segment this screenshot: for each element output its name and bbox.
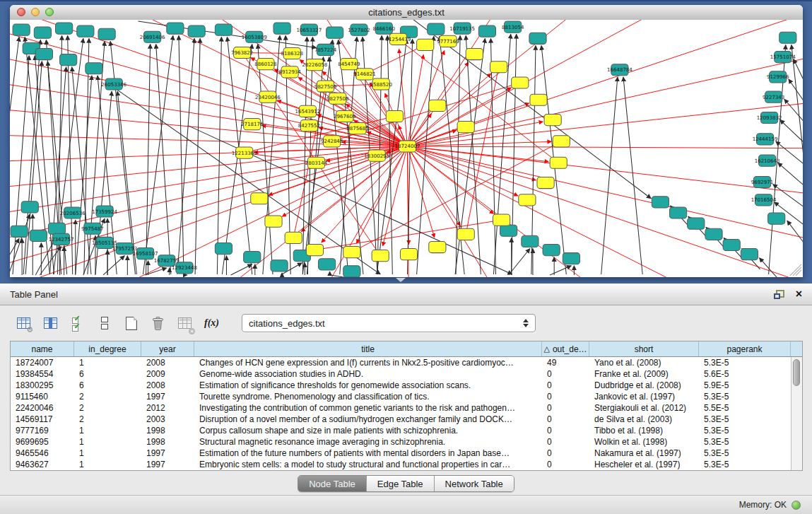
graph-node[interactable] [86, 63, 102, 74]
graph-edge[interactable] [512, 34, 517, 274]
graph-node[interactable] [429, 241, 446, 252]
table-cell-title[interactable]: Structural magnetic resonance image aver… [194, 436, 542, 448]
table-cell-short[interactable]: de Silva et al. (2003) [589, 414, 699, 425]
show-columns-button[interactable] [41, 314, 60, 333]
tab-edge-table[interactable]: Edge Table [367, 476, 435, 491]
table-row[interactable]: 969969511998Structural magnetic resonanc… [11, 436, 802, 448]
graph-edge[interactable] [550, 266, 571, 275]
table-cell-year[interactable]: 1997 [141, 459, 194, 470]
graph-node[interactable] [343, 266, 360, 277]
table-cell-in_degree[interactable]: 1 [74, 425, 141, 436]
graph-node[interactable] [343, 247, 360, 258]
delete-table-button[interactable] [148, 314, 167, 333]
column-header-title[interactable]: title [194, 341, 542, 356]
graph-node[interactable] [167, 23, 184, 34]
graph-node[interactable] [490, 62, 507, 73]
scrollbar-thumb[interactable] [793, 359, 800, 386]
graph-edge[interactable] [784, 99, 803, 122]
graph-edge[interactable] [792, 45, 803, 274]
column-header-in_degree[interactable]: in_degree [74, 341, 141, 356]
table-cell-short[interactable]: Wolkin et al. (1998) [589, 436, 699, 448]
table-cell-pagerank[interactable]: 5.5E-5 [699, 402, 791, 414]
table-cell-out_degree[interactable]: 49 [542, 357, 589, 368]
table-cell-title[interactable]: Genome-wide association studies in ADHD. [194, 368, 542, 380]
row-height-button[interactable] [95, 314, 114, 333]
graph-edge[interactable] [222, 44, 252, 274]
graph-node[interactable] [417, 39, 434, 50]
table-cell-name[interactable]: 9463627 [11, 459, 74, 470]
table-cell-name[interactable]: 19384554 [11, 368, 74, 380]
graph-node[interactable] [543, 244, 560, 255]
graph-node[interactable] [500, 225, 517, 236]
graph-edge[interactable] [10, 37, 19, 274]
table-cell-short[interactable]: Franke et al. (2009) [589, 368, 699, 380]
table-cell-out_degree[interactable]: 0 [542, 425, 589, 436]
table-cell-name[interactable]: 9699695 [11, 436, 74, 448]
table-cell-in_degree[interactable]: 2 [74, 391, 141, 402]
table-cell-title[interactable]: Estimation of the future numbers of pati… [194, 448, 542, 459]
graph-edge[interactable] [10, 214, 30, 275]
table-cell-out_degree[interactable]: 0 [542, 436, 589, 448]
graph-node[interactable] [705, 228, 722, 240]
graph-node[interactable] [457, 228, 474, 240]
graph-node[interactable] [544, 114, 561, 125]
graph-node[interactable] [466, 48, 483, 59]
graph-edge[interactable] [787, 221, 803, 244]
table-row[interactable]: 1456911722003Disruption of a novel membe… [11, 414, 802, 425]
graph-node[interactable] [13, 24, 30, 35]
graph-edge[interactable] [25, 62, 42, 274]
graph-node[interactable] [319, 259, 336, 270]
table-cell-name[interactable]: 9777169 [11, 425, 74, 436]
graph-node[interactable] [188, 25, 205, 37]
table-row[interactable]: 977716911998Corpus callosum shape and si… [11, 425, 802, 436]
graph-node[interactable] [11, 226, 28, 237]
graph-edge[interactable] [146, 44, 151, 274]
column-header-pagerank[interactable]: pagerank [699, 341, 791, 356]
graph-node[interactable] [386, 110, 403, 122]
graph-edge[interactable] [231, 264, 252, 275]
graph-edge[interactable] [601, 77, 618, 274]
table-cell-title[interactable]: Changes of HCN gene expression and I(f) … [194, 357, 542, 368]
table-cell-pagerank[interactable]: 5.3E-5 [699, 357, 791, 368]
table-row[interactable]: 1830029562008Estimation of significance … [11, 380, 802, 391]
graph-node[interactable] [30, 230, 47, 241]
table-cell-title[interactable]: Disruption of a novel member of a sodium… [194, 414, 542, 425]
graph-node[interactable] [326, 27, 343, 38]
table-cell-in_degree[interactable]: 1 [74, 448, 141, 459]
table-cell-year[interactable]: 1997 [141, 391, 194, 402]
graph-node[interactable] [512, 77, 529, 88]
graph-node[interactable] [688, 218, 705, 229]
graph-node[interactable] [285, 232, 302, 243]
table-cell-pagerank[interactable]: 5.3E-5 [699, 459, 791, 470]
table-cell-out_degree[interactable]: 0 [542, 380, 589, 391]
table-cell-name[interactable]: 18300295 [11, 380, 74, 391]
graph-node[interactable] [400, 249, 417, 260]
table-cell-out_degree[interactable]: 0 [542, 448, 589, 459]
tab-node-table[interactable]: Node Table [298, 476, 367, 491]
graph-node[interactable] [21, 201, 38, 213]
graph-node[interactable] [98, 28, 115, 40]
graph-node[interactable] [77, 25, 94, 37]
table-cell-short[interactable]: Yano et al. (2008) [589, 357, 699, 368]
graph-node[interactable] [428, 23, 445, 35]
graph-edge[interactable] [780, 120, 803, 144]
graph-edge[interactable] [408, 146, 435, 238]
table-cell-out_degree[interactable]: 0 [542, 459, 589, 470]
graph-node[interactable] [429, 100, 446, 111]
table-cell-pagerank[interactable]: 5.6E-5 [699, 368, 791, 380]
table-cell-pagerank[interactable]: 5.3E-5 [699, 436, 791, 448]
graph-node[interactable] [779, 32, 796, 43]
table-cell-name[interactable]: 14569117 [11, 414, 74, 425]
table-cell-name[interactable]: 18724007 [11, 357, 74, 368]
create-table-button[interactable] [122, 314, 141, 333]
table-row[interactable]: 1872400712008Changes of HCN gene express… [11, 357, 802, 368]
table-cell-out_degree[interactable]: 0 [542, 368, 589, 380]
memory-status-indicator[interactable] [792, 501, 801, 510]
graph-edge[interactable] [408, 146, 803, 148]
network-view-window[interactable]: citations_edges.txt 20691406160538091065… [10, 5, 803, 277]
table-row[interactable]: 946554611997Estimation of the future num… [11, 448, 802, 459]
table-cell-in_degree[interactable]: 1 [74, 357, 141, 368]
graph-node[interactable] [60, 54, 77, 66]
column-header-year[interactable]: year [141, 341, 194, 356]
graph-node[interactable] [522, 235, 539, 247]
